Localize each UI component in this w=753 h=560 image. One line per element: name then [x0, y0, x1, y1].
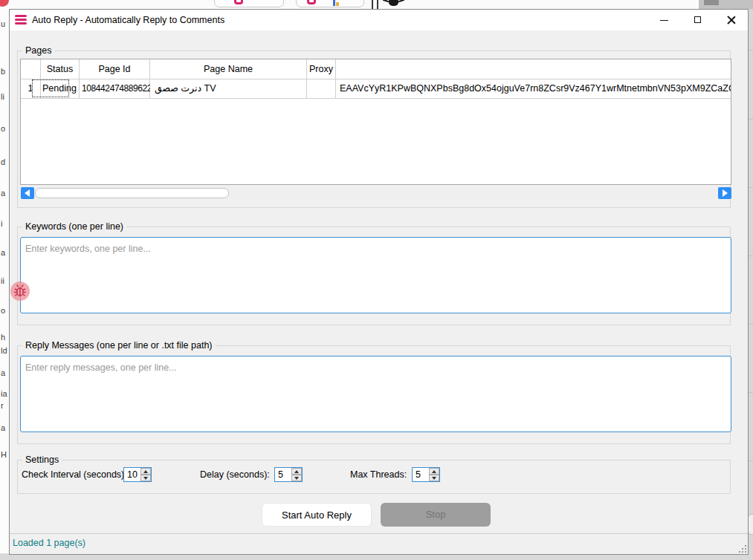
bg-text-fragment: u [1, 19, 9, 28]
chevron-up-icon [294, 470, 299, 473]
bg-small-glyph [336, 2, 339, 6]
minimize-button[interactable] [647, 10, 681, 30]
bg-left-text-fragments: ubliodaiaiiohldaiaraH [0, 9, 9, 553]
debug-bug-badge[interactable] [10, 281, 30, 301]
scroll-thumb[interactable] [35, 188, 229, 198]
keywords-textarea[interactable] [20, 237, 731, 313]
bg-text-fragment: i [1, 219, 9, 228]
spin-down-button[interactable] [429, 475, 439, 481]
status-text: Loaded 1 page(s) [13, 538, 85, 548]
spin-down-button[interactable] [140, 475, 151, 481]
bg-text-fragment: r [1, 401, 9, 410]
chevron-down-icon [294, 477, 299, 480]
cell-status[interactable]: Pending [42, 79, 78, 98]
cell-page-name[interactable]: قصص ترند TV [155, 79, 305, 98]
bg-text-fragment: H [1, 450, 9, 459]
app-logo-stacked-bars-icon [15, 15, 27, 25]
stop-button[interactable]: Stop [381, 503, 491, 527]
spin-up-button[interactable] [429, 468, 439, 475]
column-header-page-id[interactable]: Page Id [80, 59, 149, 79]
chevron-up-icon [143, 470, 148, 473]
auto-reply-dialog: Auto Reply - Automatically Reply to Comm… [9, 9, 749, 555]
status-bar: Loaded 1 page(s) [10, 533, 748, 555]
bg-text-fragment: h [1, 333, 9, 342]
bg-window-edge [699, 0, 753, 9]
pages-hscrollbar[interactable] [21, 187, 731, 199]
bg-text-fragment: ld [1, 346, 9, 355]
bg-text-fragment: a [1, 423, 9, 432]
cell-access-token[interactable]: EAAVcYyR1KPwBQNXPbsBg8dOx54ojguVe7rn8ZCs… [340, 79, 731, 98]
reply-messages-textarea[interactable] [20, 356, 731, 432]
start-auto-reply-button[interactable]: Start Auto Reply [262, 503, 372, 527]
bg-bug-icon [389, 0, 398, 6]
delay-spinner[interactable]: 5 [274, 467, 303, 482]
spin-up-button[interactable] [291, 468, 302, 475]
title-bar[interactable]: Auto Reply - Automatically Reply to Comm… [10, 10, 748, 30]
pages-group-label: Pages [22, 45, 54, 56]
check-interval-value[interactable]: 10 [127, 468, 138, 481]
column-header-status[interactable]: Status [41, 59, 79, 79]
chevron-down-icon [432, 477, 436, 480]
arrow-left-icon [25, 189, 30, 197]
minimize-icon [660, 20, 668, 21]
bg-small-glyph [333, 0, 335, 6]
bg-text-fragment: ii [1, 276, 9, 285]
chevron-up-icon [432, 470, 436, 473]
bug-icon [10, 281, 30, 301]
settings-group-label: Settings [22, 455, 62, 465]
page-name-text: قصص ترند TV [155, 83, 216, 94]
bg-toolbar-button-fragment[interactable] [296, 0, 364, 7]
max-threads-spinner[interactable]: 5 [412, 467, 440, 482]
bg-text-fragment: a [1, 248, 9, 257]
scroll-right-button[interactable] [718, 187, 731, 199]
max-threads-label: Max Threads: [350, 467, 407, 482]
check-interval-label: Check Interval (seconds): [22, 467, 127, 482]
bg-text-fragment: o [1, 306, 9, 315]
maximize-icon [694, 16, 701, 23]
bg-text-fragment: li [1, 92, 9, 101]
pages-table[interactable]: Status Page Id Page Name Proxy 1 Pending… [20, 59, 731, 185]
check-interval-spinner[interactable]: 10 [123, 467, 152, 482]
keywords-group-label: Keywords (one per line) [22, 221, 126, 232]
maximize-button[interactable] [681, 10, 714, 30]
scroll-left-button[interactable] [21, 187, 34, 199]
chevron-down-icon [143, 477, 148, 480]
max-threads-value[interactable]: 5 [416, 468, 421, 481]
bg-pink-app-icon [234, 0, 243, 4]
bg-text-fragment: a [1, 189, 9, 198]
bg-text-fragment: o [1, 124, 9, 133]
bg-top-strip [0, 0, 753, 9]
window-title: Auto Reply - Automatically Reply to Comm… [32, 10, 224, 30]
bg-toolbar-button-fragment[interactable] [214, 0, 284, 7]
arrow-right-icon [723, 189, 728, 197]
bg-text-fragment: b [1, 67, 9, 76]
spin-up-button[interactable] [140, 468, 151, 475]
bg-text-fragment: ia [1, 389, 9, 398]
spin-down-button[interactable] [291, 475, 302, 481]
resize-grip[interactable] [738, 545, 746, 553]
close-button[interactable] [714, 10, 748, 30]
bg-text-fragment: d [1, 157, 9, 166]
bg-red-circle-icon [0, 0, 9, 7]
bg-separator [377, 0, 378, 9]
reply-messages-group-label: Reply Messages (one per line or .txt fil… [22, 340, 216, 351]
grid-line [21, 98, 731, 99]
bg-pink-app-icon [307, 0, 316, 4]
cell-proxy[interactable] [307, 79, 335, 98]
close-icon [727, 16, 736, 25]
delay-label: Delay (seconds): [200, 467, 270, 482]
column-header-proxy[interactable]: Proxy [307, 59, 335, 79]
bg-separator [372, 0, 373, 9]
cell-page-id[interactable]: 108442474889622 [82, 79, 150, 98]
bg-text-fragment: a [1, 368, 9, 377]
column-header-page-name[interactable]: Page Name [150, 59, 306, 79]
delay-value[interactable]: 5 [278, 468, 283, 481]
